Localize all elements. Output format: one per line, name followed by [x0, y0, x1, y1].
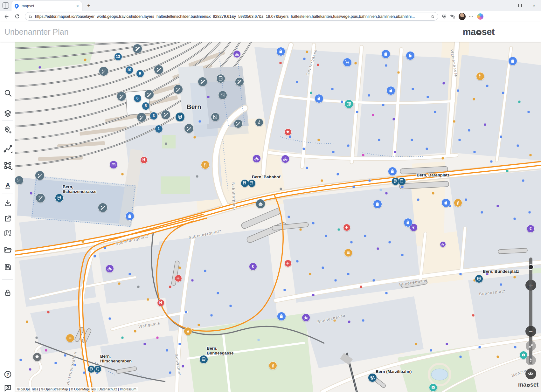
marker-stairs-icon[interactable]: [35, 171, 45, 180]
marker-stairs-icon[interactable]: [98, 203, 108, 212]
marker-bus-icon[interactable]: [248, 179, 256, 187]
marker-paw-icon[interactable]: [184, 327, 192, 335]
tab-close-icon[interactable]: ×: [76, 4, 79, 8]
marker-mail-icon[interactable]: [109, 161, 118, 169]
marker-plus-icon[interactable]: [343, 224, 350, 231]
marker-stairs-icon[interactable]: [184, 124, 194, 133]
window-maximize-button[interactable]: [513, 0, 527, 11]
marker-fork-icon[interactable]: [269, 361, 277, 370]
window-close-button[interactable]: ×: [527, 0, 541, 11]
platform-number-badge[interactable]: 9: [136, 70, 144, 78]
window-minimize-button[interactable]: –: [499, 0, 513, 11]
refresh-button[interactable]: [13, 12, 22, 21]
marker-ship-icon[interactable]: [256, 199, 265, 209]
marker-bag-icon[interactable]: [508, 57, 517, 65]
marker-map-icon[interactable]: [344, 100, 353, 108]
marker-elevator-icon[interactable]: [211, 113, 220, 121]
attribution-link[interactable]: © OpenMapTiles: [71, 387, 96, 391]
marker-train-icon[interactable]: [241, 179, 249, 187]
tool-layers-button[interactable]: [3, 109, 12, 118]
platform-number-badge[interactable]: 5: [142, 102, 150, 110]
plan-title-input[interactable]: Unbenannter Plan: [4, 27, 69, 37]
platform-number-badge[interactable]: 3: [150, 112, 158, 120]
tool-text-button[interactable]: [3, 181, 12, 190]
marker-stairs-icon[interactable]: [137, 113, 146, 122]
marker-elevator-icon[interactable]: [216, 74, 225, 83]
platform-number-badge[interactable]: 1: [155, 125, 163, 133]
back-button[interactable]: [2, 12, 11, 21]
attribution-link[interactable]: © geOps Tiles: [17, 387, 38, 391]
marker-person-icon[interactable]: [255, 118, 263, 127]
marker-bag-icon[interactable]: [441, 198, 450, 207]
marker-plus-icon[interactable]: [175, 275, 182, 282]
marker-stairs-icon[interactable]: [161, 110, 170, 120]
marker-stairs-icon[interactable]: [99, 66, 108, 76]
marker-bag-icon[interactable]: [381, 50, 390, 58]
marker-stairs-icon[interactable]: [198, 77, 207, 86]
platform-number-badge[interactable]: 6: [134, 94, 142, 102]
attribution-link[interactable]: Impressum: [120, 387, 136, 391]
marker-stairs-icon[interactable]: [36, 193, 45, 203]
marker-bag-icon[interactable]: [386, 86, 395, 95]
tool-lock-button[interactable]: [3, 288, 12, 298]
copilot-icon[interactable]: [477, 13, 483, 20]
marker-stairs-icon[interactable]: [173, 85, 183, 94]
marker-bus-icon[interactable]: [94, 365, 101, 373]
bookmark-star-icon[interactable]: [431, 14, 435, 18]
platform-number-badge[interactable]: 10: [125, 66, 133, 74]
marker-grad-icon[interactable]: [33, 353, 42, 361]
visibility-eye-button[interactable]: [525, 368, 536, 379]
tool-route-button[interactable]: [3, 144, 12, 154]
marker-bike-icon[interactable]: [440, 241, 446, 247]
tool-save-button[interactable]: [3, 263, 12, 272]
map-canvas[interactable]: €€€HH131096531BernBern, BahnhofBern,Scha…: [15, 42, 541, 392]
marker-text-icon[interactable]: €: [249, 263, 257, 271]
tilt-compass-button[interactable]: [526, 355, 536, 365]
marker-bag-icon[interactable]: [276, 47, 285, 56]
marker-train-icon[interactable]: [175, 112, 185, 122]
tool-search-button[interactable]: [3, 88, 12, 98]
marker-stairs-icon[interactable]: [15, 176, 24, 185]
marker-text-icon[interactable]: H: [157, 299, 164, 306]
marker-camera-icon[interactable]: [429, 383, 437, 392]
tool-polygon-button[interactable]: [3, 161, 12, 170]
marker-bike-icon[interactable]: [281, 155, 289, 163]
platform-number-badge[interactable]: 13: [114, 53, 122, 61]
marker-bag-icon[interactable]: [315, 94, 323, 103]
browser-tab[interactable]: mapset ×: [11, 1, 82, 11]
marker-fork-icon[interactable]: [476, 72, 484, 80]
profile-avatar[interactable]: [459, 13, 466, 20]
marker-elevator-icon[interactable]: [218, 91, 227, 100]
tool-feedback-button[interactable]: [3, 383, 12, 392]
marker-text-icon[interactable]: H: [140, 156, 148, 164]
url-bar[interactable]: https://editor.mapset.io/?baselayer=worl…: [25, 12, 438, 21]
marker-bag-icon[interactable]: [373, 200, 382, 209]
marker-stairs-icon[interactable]: [154, 65, 163, 74]
tool-pin-add-button[interactable]: [3, 125, 12, 135]
marker-bus-icon[interactable]: [475, 275, 483, 283]
marker-bike-icon[interactable]: [253, 155, 261, 163]
marker-bag-icon[interactable]: [388, 167, 397, 176]
tool-download-button[interactable]: [3, 198, 12, 208]
marker-fork-icon[interactable]: [201, 161, 210, 169]
tool-folder-button[interactable]: [3, 245, 12, 255]
marker-bag-icon[interactable]: [277, 312, 286, 321]
attribution-link[interactable]: © OpenStreetMap: [41, 387, 68, 391]
marker-stairs-icon[interactable]: [117, 92, 126, 101]
tool-help-button[interactable]: [3, 370, 12, 379]
attribution-link[interactable]: Datenschutz: [99, 387, 117, 391]
marker-bag-icon[interactable]: [125, 212, 134, 221]
marker-bike-icon[interactable]: [233, 50, 241, 58]
browser-menu-icon[interactable]: ⋯: [469, 14, 474, 19]
zoom-slider-handle[interactable]: [528, 264, 534, 270]
marker-text-icon[interactable]: €: [527, 225, 535, 233]
marker-fork-icon[interactable]: [454, 199, 462, 207]
marker-bus-icon[interactable]: [55, 194, 64, 202]
marker-bus-icon[interactable]: [398, 177, 406, 185]
favorites-hub-icon[interactable]: [450, 14, 455, 19]
marker-bag-icon[interactable]: [406, 51, 415, 60]
marker-stairs-icon[interactable]: [235, 77, 244, 86]
collapse-controls-button[interactable]: [526, 341, 536, 351]
browser-essentials-icon[interactable]: [441, 14, 447, 19]
marker-stairs-icon[interactable]: [144, 90, 154, 99]
